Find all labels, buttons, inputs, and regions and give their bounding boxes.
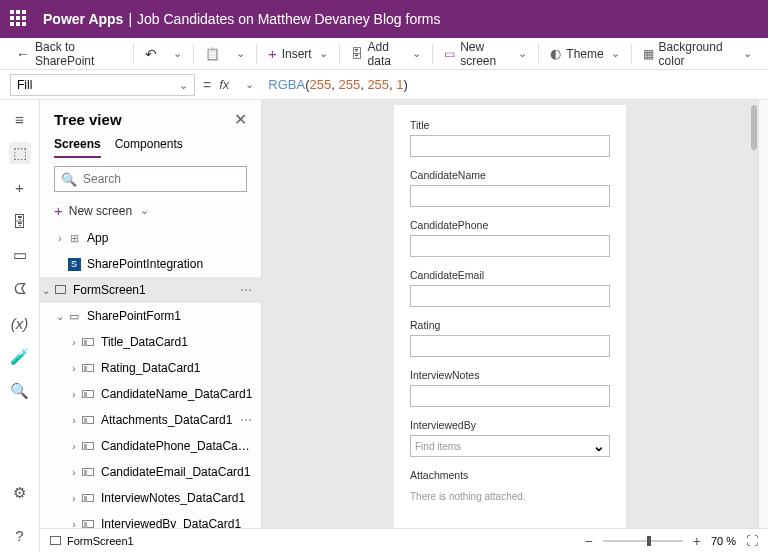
- field-attachments: Attachments There is nothing attached.: [410, 469, 610, 508]
- chevron-down-icon: ⌄: [593, 438, 605, 454]
- formula-input[interactable]: RGBA(255, 255, 255, 1): [268, 77, 408, 92]
- search-input[interactable]: [83, 172, 240, 186]
- tree-new-screen-button[interactable]: +New screen: [54, 202, 247, 219]
- right-rail[interactable]: [758, 100, 768, 552]
- header-title: Power Apps|Job Candidates on Matthew Dev…: [43, 11, 441, 27]
- phone-input[interactable]: [410, 235, 610, 257]
- undo-icon: [145, 46, 157, 62]
- zoom-level: 70 %: [711, 535, 736, 547]
- field-interviewed-by: InterviewedBy Find items⌄: [410, 419, 610, 457]
- notes-input[interactable]: [410, 385, 610, 407]
- zoom-slider[interactable]: [603, 540, 683, 542]
- attachments-empty: There is nothing attached.: [410, 485, 610, 508]
- tree-list: ›⊞App SSharePointIntegration ⌄FormScreen…: [40, 225, 261, 552]
- rail-media-icon[interactable]: ▭: [9, 244, 31, 266]
- tree-node-card[interactable]: ›InterviewNotes_DataCard1: [40, 485, 261, 511]
- field-title: Title: [410, 119, 610, 157]
- paste-split[interactable]: [228, 43, 251, 64]
- tree-node-card[interactable]: ›Attachments_DataCard1⋯: [40, 407, 261, 433]
- field-notes: InterviewNotes: [410, 369, 610, 407]
- tree-node-card[interactable]: ›CandidatePhone_DataCard1: [40, 433, 261, 459]
- tree-view-panel: Tree view ✕ Screens Components 🔍 +New sc…: [40, 100, 262, 552]
- formula-bar: Fill = fx RGBA(255, 255, 255, 1): [0, 70, 768, 100]
- tree-node-form[interactable]: ⌄▭SharePointForm1: [40, 303, 261, 329]
- field-phone: CandidatePhone: [410, 219, 610, 257]
- chevron-down-icon: [177, 78, 188, 92]
- rating-input[interactable]: [410, 335, 610, 357]
- plus-icon: +: [54, 202, 63, 219]
- close-icon[interactable]: ✕: [234, 110, 247, 129]
- fx-label: fx: [219, 77, 229, 92]
- fx-split[interactable]: [237, 74, 260, 95]
- paste-button[interactable]: [199, 43, 226, 65]
- command-bar: Back to SharePoint Insert Add data New s…: [0, 38, 768, 70]
- rail-settings-icon[interactable]: ⚙: [9, 482, 31, 504]
- name-input[interactable]: [410, 185, 610, 207]
- back-button[interactable]: Back to SharePoint: [10, 36, 128, 72]
- form-preview[interactable]: Title CandidateName CandidatePhone Candi…: [394, 105, 626, 552]
- tree-node-app[interactable]: ›⊞App: [40, 225, 261, 251]
- tree-node-sp[interactable]: SSharePointIntegration: [40, 251, 261, 277]
- database-icon: [351, 47, 363, 61]
- rail-tests-icon[interactable]: 🧪: [9, 346, 31, 368]
- email-input[interactable]: [410, 285, 610, 307]
- screen-icon: [444, 47, 455, 61]
- plus-icon: [268, 45, 277, 62]
- fullscreen-icon[interactable]: ⛶: [746, 534, 758, 548]
- arrow-left-icon: [16, 46, 30, 62]
- waffle-icon[interactable]: [10, 10, 28, 28]
- status-bar: FormScreen1 − + 70 % ⛶: [40, 528, 768, 552]
- more-icon[interactable]: ⋯: [240, 413, 253, 427]
- tree-node-screen[interactable]: ⌄FormScreen1⋯: [40, 277, 261, 303]
- rail-help-icon[interactable]: ?: [9, 524, 31, 546]
- canvas[interactable]: Title CandidateName CandidatePhone Candi…: [262, 100, 758, 552]
- field-name: CandidateName: [410, 169, 610, 207]
- app-header: Power Apps|Job Candidates on Matthew Dev…: [0, 0, 768, 38]
- tree-title: Tree view: [54, 111, 122, 128]
- more-icon[interactable]: ⋯: [240, 283, 253, 297]
- breadcrumb[interactable]: FormScreen1: [67, 535, 134, 547]
- theme-button[interactable]: Theme: [544, 42, 625, 65]
- clipboard-icon: [205, 47, 220, 61]
- bg-icon: [643, 47, 654, 61]
- rail-hamburger-icon[interactable]: ≡: [9, 108, 31, 130]
- rail-search-icon[interactable]: 🔍: [9, 380, 31, 402]
- rail-flow-icon[interactable]: ᗧ: [9, 278, 31, 300]
- rail-insert-icon[interactable]: +: [9, 176, 31, 198]
- title-input[interactable]: [410, 135, 610, 157]
- tree-node-card[interactable]: ›Rating_DataCard1: [40, 355, 261, 381]
- insert-button[interactable]: Insert: [262, 41, 334, 66]
- tab-components[interactable]: Components: [115, 137, 183, 158]
- property-dropdown[interactable]: Fill: [10, 74, 195, 96]
- tab-screens[interactable]: Screens: [54, 137, 101, 158]
- tree-search[interactable]: 🔍: [54, 166, 247, 192]
- equals-sign: =: [203, 77, 211, 93]
- rail-var-icon[interactable]: (x): [9, 312, 31, 334]
- interviewed-by-combo[interactable]: Find items⌄: [410, 435, 610, 457]
- scrollbar[interactable]: [751, 105, 757, 150]
- bg-color-button[interactable]: Background color: [637, 36, 758, 72]
- zoom-out-button[interactable]: −: [585, 533, 593, 549]
- tree-node-card[interactable]: ›Title_DataCard1: [40, 329, 261, 355]
- undo-button[interactable]: [139, 42, 163, 66]
- left-rail: ≡ ⬚ + 🗄 ▭ ᗧ (x) 🧪 🔍 ⚙ ?: [0, 100, 40, 552]
- theme-icon: [550, 46, 561, 61]
- tree-node-card[interactable]: ›CandidateEmail_DataCard1: [40, 459, 261, 485]
- zoom-in-button[interactable]: +: [693, 533, 701, 549]
- rail-data-icon[interactable]: 🗄: [9, 210, 31, 232]
- tree-node-card[interactable]: ›CandidateName_DataCard1: [40, 381, 261, 407]
- new-screen-button[interactable]: New screen: [438, 36, 533, 72]
- screen-icon: [50, 536, 61, 545]
- field-rating: Rating: [410, 319, 610, 357]
- add-data-button[interactable]: Add data: [345, 36, 428, 72]
- field-email: CandidateEmail: [410, 269, 610, 307]
- undo-split[interactable]: [165, 43, 188, 64]
- rail-tree-icon[interactable]: ⬚: [9, 142, 31, 164]
- search-icon: 🔍: [61, 172, 77, 187]
